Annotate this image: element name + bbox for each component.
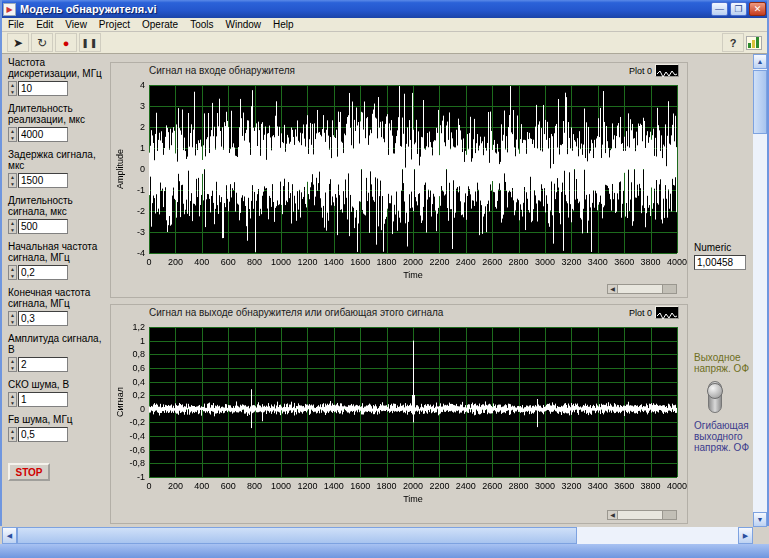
pause-button[interactable]: ❚❚ bbox=[79, 33, 101, 52]
increment-decrement-buttons[interactable]: ▲▼ bbox=[8, 219, 17, 234]
window-frame-left bbox=[0, 0, 2, 526]
menu-tools[interactable]: Tools bbox=[184, 18, 219, 31]
sampling-frequency-input[interactable] bbox=[18, 81, 68, 96]
help-button[interactable]: ? bbox=[722, 33, 744, 52]
run-continuously-icon: ↻ bbox=[37, 36, 47, 50]
output-mode-toggle: Выходное напряж. ОФ Огибающая выходного … bbox=[694, 352, 753, 453]
signal-amplitude-input[interactable] bbox=[18, 357, 68, 372]
menu-help[interactable]: Help bbox=[267, 18, 300, 31]
signal-delay-input[interactable] bbox=[18, 173, 68, 188]
numeric-control-signal-amplitude: Амплитуда сигнала, В ▲▼ bbox=[8, 333, 105, 372]
plot0-line-sample-icon bbox=[655, 64, 679, 77]
numeric-indicator: Numeric 1,00458 bbox=[694, 242, 752, 270]
increment-decrement-buttons[interactable]: ▲▼ bbox=[8, 392, 17, 407]
menu-operate[interactable]: Operate bbox=[136, 18, 184, 31]
scroll-left-arrow-icon[interactable]: ◀ bbox=[608, 285, 618, 293]
window-frame-bottom bbox=[0, 544, 769, 558]
pause-icon: ❚❚ bbox=[81, 38, 98, 48]
window-title: Модель обнаружителя.vi bbox=[20, 3, 711, 15]
vi-icon: ▶ bbox=[3, 3, 16, 16]
numeric-indicator-label: Numeric bbox=[694, 242, 752, 253]
graph-output-signal: Сигнал на выходе обнаружителя или огибаю… bbox=[110, 304, 688, 524]
increment-decrement-buttons[interactable]: ▲▼ bbox=[8, 265, 17, 280]
increment-decrement-buttons[interactable]: ▲▼ bbox=[8, 427, 17, 442]
plot-legend[interactable]: Plot 0 bbox=[629, 64, 679, 77]
graph2-x-scrollbar[interactable]: ◀ bbox=[607, 510, 677, 520]
menu-project[interactable]: Project bbox=[93, 18, 136, 31]
scroll-right-button[interactable]: ▶ bbox=[738, 527, 753, 544]
menu-edit[interactable]: Edit bbox=[30, 18, 59, 31]
close-button[interactable]: ✕ bbox=[749, 2, 766, 16]
front-panel: Частота дискретизации, МГц ▲▼ Длительнос… bbox=[2, 54, 753, 527]
maximize-button[interactable]: ❐ bbox=[730, 2, 747, 16]
scroll-thumb[interactable] bbox=[662, 285, 676, 293]
horizontal-scrollbar[interactable]: ◀ ▶ bbox=[2, 527, 753, 544]
menu-bar: File Edit View Project Operate Tools Win… bbox=[2, 18, 767, 32]
numeric-control-signal-duration: Длительность сигнала, мкс ▲▼ bbox=[8, 195, 105, 234]
numeric-control-start-frequency: Начальная частота сигнала, МГц ▲▼ bbox=[8, 241, 105, 280]
graph1-x-scrollbar[interactable]: ◀ bbox=[607, 284, 677, 294]
scroll-up-button[interactable]: ▲ bbox=[753, 54, 767, 69]
abort-icon: ● bbox=[63, 37, 70, 49]
numeric-control-noise-rms: СКО шума, В ▲▼ bbox=[8, 379, 105, 407]
horizontal-scroll-track[interactable] bbox=[577, 527, 738, 544]
abort-button[interactable]: ● bbox=[55, 33, 77, 52]
control-label: Частота дискретизации, МГц bbox=[8, 57, 105, 79]
graph-input-signal: Сигнал на входе обнаружителя Plot 0 ◀ bbox=[110, 62, 688, 298]
scroll-left-button[interactable]: ◀ bbox=[2, 527, 17, 544]
noise-rms-input[interactable] bbox=[18, 392, 68, 407]
numeric-control-end-frequency: Конечная частота сигнала, МГц ▲▼ bbox=[8, 287, 105, 326]
toggle-switch[interactable] bbox=[708, 381, 722, 413]
title-bar[interactable]: ▶ Модель обнаружителя.vi — ❐ ✕ bbox=[0, 0, 769, 18]
scroll-track[interactable] bbox=[618, 511, 676, 519]
control-label: Конечная частота сигнала, МГц bbox=[8, 287, 105, 309]
control-label: Fв шума, МГц bbox=[8, 414, 105, 425]
controls-column: Частота дискретизации, МГц ▲▼ Длительнос… bbox=[8, 57, 105, 481]
scrollbar-corner bbox=[753, 527, 767, 544]
plot-legend-label: Plot 0 bbox=[629, 308, 652, 318]
increment-decrement-buttons[interactable]: ▲▼ bbox=[8, 173, 17, 188]
minimize-button[interactable]: — bbox=[711, 2, 728, 16]
plot-legend-label: Plot 0 bbox=[629, 66, 652, 76]
scroll-down-button[interactable]: ▼ bbox=[753, 512, 767, 527]
run-icon: ➤ bbox=[13, 36, 23, 50]
toggle-on-label: Выходное напряж. ОФ bbox=[694, 352, 753, 374]
scroll-track[interactable] bbox=[618, 285, 676, 293]
plot0-line-sample-icon bbox=[655, 306, 679, 319]
increment-decrement-buttons[interactable]: ▲▼ bbox=[8, 127, 17, 142]
menu-view[interactable]: View bbox=[59, 18, 93, 31]
numeric-control-noise-upper-frequency: Fв шума, МГц ▲▼ bbox=[8, 414, 105, 442]
plot-legend[interactable]: Plot 0 bbox=[629, 306, 679, 319]
increment-decrement-buttons[interactable]: ▲▼ bbox=[8, 357, 17, 372]
menu-file[interactable]: File bbox=[2, 18, 30, 31]
waveform-canvas-input bbox=[113, 81, 687, 287]
graph-title: Сигнал на входе обнаружителя bbox=[149, 65, 295, 76]
help-icon: ? bbox=[730, 37, 737, 49]
increment-decrement-buttons[interactable]: ▲▼ bbox=[8, 311, 17, 326]
scroll-left-arrow-icon[interactable]: ◀ bbox=[608, 511, 618, 519]
control-label: Длительность реализации, мкс bbox=[8, 103, 105, 125]
battery-levels-icon bbox=[746, 36, 762, 50]
increment-decrement-buttons[interactable]: ▲▼ bbox=[8, 81, 17, 96]
vertical-scroll-thumb[interactable] bbox=[753, 70, 767, 134]
signal-duration-input[interactable] bbox=[18, 219, 68, 234]
graph-title: Сигнал на выходе обнаружителя или огибаю… bbox=[149, 307, 443, 318]
control-label: СКО шума, В bbox=[8, 379, 105, 390]
start-frequency-input[interactable] bbox=[18, 265, 68, 280]
scroll-thumb[interactable] bbox=[662, 511, 676, 519]
horizontal-scroll-thumb[interactable] bbox=[17, 527, 577, 544]
menu-window[interactable]: Window bbox=[219, 18, 267, 31]
toggle-off-label: Огибающая выходного напряж. ОФ bbox=[694, 420, 753, 453]
realization-duration-input[interactable] bbox=[18, 127, 68, 142]
waveform-canvas-output bbox=[113, 323, 687, 515]
run-button[interactable]: ➤ bbox=[7, 33, 29, 52]
end-frequency-input[interactable] bbox=[18, 311, 68, 326]
stop-button[interactable]: STOP bbox=[8, 463, 50, 481]
numeric-control-sampling-frequency: Частота дискретизации, МГц ▲▼ bbox=[8, 57, 105, 96]
toolbar: ➤ ↻ ● ❚❚ ? bbox=[2, 32, 767, 54]
numeric-control-realization-duration: Длительность реализации, мкс ▲▼ bbox=[8, 103, 105, 142]
noise-upper-frequency-input[interactable] bbox=[18, 427, 68, 442]
vertical-scrollbar[interactable]: ▲ ▼ bbox=[753, 54, 767, 527]
run-continuously-button[interactable]: ↻ bbox=[31, 33, 53, 52]
toggle-knob[interactable] bbox=[707, 383, 723, 399]
